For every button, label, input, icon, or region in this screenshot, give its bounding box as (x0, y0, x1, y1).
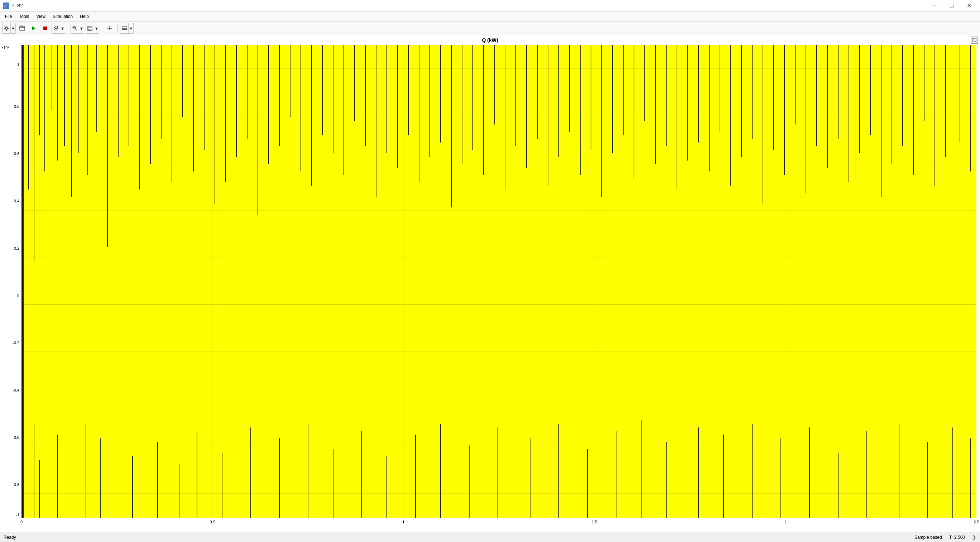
window-title: P_B2 (11, 3, 23, 8)
menu-bar: File Tools View Simulation Help (0, 11, 980, 22)
y-label-08: 0.8 (14, 104, 19, 108)
y-label-06: 0.6 (14, 151, 19, 156)
chart-container: Q (kW) ×10⁴ 1 0.8 0.6 0.4 0.2 0 -0.2 -0.… (0, 35, 980, 532)
fit-button[interactable] (86, 23, 94, 33)
fit-dropdown-button[interactable]: ▾ (94, 23, 99, 33)
record-dropdown-button[interactable]: ▾ (60, 23, 65, 33)
svg-rect-5 (43, 27, 47, 30)
close-button[interactable]: ✕ (961, 0, 977, 11)
y-label-1: 1 (17, 62, 19, 66)
minimize-button[interactable]: ─ (926, 0, 943, 11)
x-label-05: 0.5 (210, 520, 215, 524)
y-label-m1: -1 (16, 513, 19, 517)
svg-rect-34 (21, 45, 24, 518)
expand-button[interactable] (971, 37, 978, 44)
svg-line-9 (75, 29, 77, 30)
menu-file[interactable]: File (2, 13, 15, 21)
y-label-02: 0.2 (14, 246, 19, 250)
fit-group: ▾ (86, 23, 99, 34)
menu-help[interactable]: Help (76, 13, 92, 21)
zoom-dropdown-button[interactable]: ▾ (79, 23, 84, 33)
scroll-right-icon[interactable]: ❯ (972, 534, 977, 540)
title-bar: P P_B2 ─ □ ✕ (0, 0, 980, 11)
separator-2 (102, 24, 102, 32)
style-dropdown-button[interactable]: ▾ (128, 23, 133, 33)
y-axis-exponent: ×10⁴ (2, 46, 9, 50)
y-label-m04: -0.4 (13, 388, 19, 392)
settings-button[interactable] (3, 23, 10, 33)
chart-plot-area[interactable] (21, 45, 977, 518)
cursor-button[interactable] (105, 23, 115, 33)
status-right: Sample based T=2.500 ❯ (915, 534, 977, 540)
x-label-15: 1.5 (592, 520, 597, 524)
style-button[interactable] (120, 23, 128, 33)
svg-rect-12 (88, 26, 92, 30)
y-label-m06: -0.6 (13, 435, 19, 440)
y-label-0: 0 (17, 293, 19, 298)
svg-rect-16 (122, 27, 127, 27)
chart-title: Q (kW) (0, 37, 980, 43)
svg-marker-4 (32, 26, 35, 30)
app-icon: P (3, 3, 9, 9)
menu-tools[interactable]: Tools (15, 13, 33, 21)
menu-view[interactable]: View (33, 13, 49, 21)
zoom-button[interactable] (71, 23, 79, 33)
settings-group: ▾ (2, 23, 16, 34)
sample-based-label: Sample based (915, 535, 942, 540)
svg-point-2 (5, 27, 8, 29)
svg-point-7 (55, 28, 57, 29)
y-label-04: 0.4 (14, 199, 19, 203)
y-label-m08: -0.8 (13, 483, 19, 487)
y-label-m02: -0.2 (13, 341, 19, 345)
svg-point-15 (109, 28, 110, 29)
y-axis: ×10⁴ 1 0.8 0.6 0.4 0.2 0 -0.2 -0.4 -0.6 … (0, 45, 21, 518)
stop-button[interactable] (40, 23, 50, 33)
svg-text:P: P (4, 4, 6, 8)
x-label-0: 0 (21, 520, 22, 524)
time-display: T=2.500 (949, 535, 965, 540)
zoom-group: ▾ (70, 23, 84, 34)
settings-dropdown-button[interactable]: ▾ (10, 23, 15, 33)
separator-3 (117, 24, 118, 32)
chart-svg (21, 45, 977, 518)
run-button[interactable] (29, 23, 39, 33)
x-label-1: 1 (402, 520, 404, 524)
x-label-2: 2 (784, 520, 787, 524)
x-axis: 0 0.5 1 1.5 2 2.5 (21, 518, 977, 532)
svg-rect-3 (20, 27, 25, 30)
title-bar-left: P P_B2 (3, 3, 23, 9)
x-label-25: 2.5 (974, 520, 979, 524)
toolbar: ▾ ▾ (0, 22, 980, 35)
record-group: ▾ (52, 23, 65, 34)
record-button[interactable] (52, 23, 60, 33)
svg-rect-17 (122, 28, 127, 29)
open-button[interactable] (17, 23, 27, 33)
status-text: Ready (3, 535, 16, 540)
svg-rect-18 (122, 29, 127, 30)
menu-simulation[interactable]: Simulation (49, 13, 76, 21)
status-bar: Ready Sample based T=2.500 ❯ (0, 532, 980, 542)
main-content: Q (kW) ×10⁴ 1 0.8 0.6 0.4 0.2 0 -0.2 -0.… (0, 35, 980, 532)
style-group: ▾ (120, 23, 134, 34)
maximize-button[interactable]: □ (943, 0, 960, 11)
title-controls: ─ □ ✕ (926, 0, 977, 11)
separator-1 (68, 24, 68, 32)
